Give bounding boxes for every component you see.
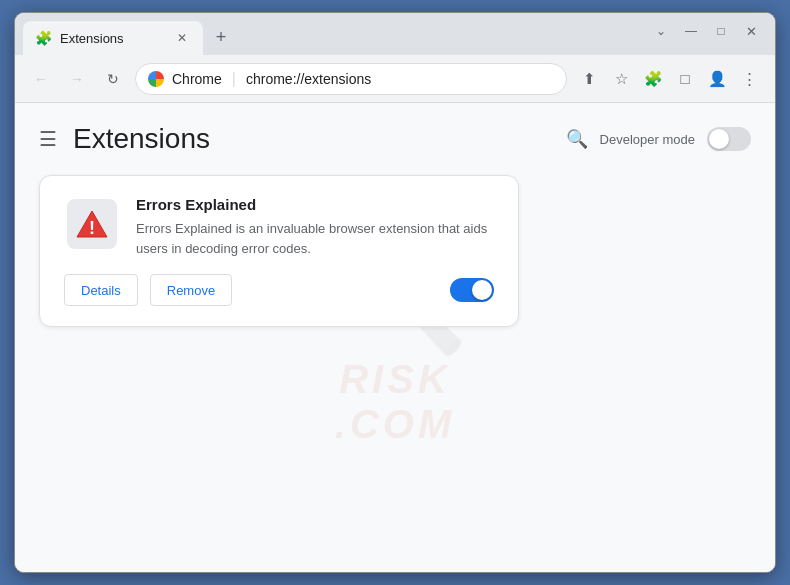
toolbar-icons: ⬆ ☆ 🧩 □ 👤 ⋮ bbox=[575, 65, 763, 93]
toggle-knob bbox=[709, 129, 729, 149]
search-icon[interactable]: 🔍 bbox=[566, 128, 588, 150]
address-bar[interactable]: Chrome | chrome://extensions bbox=[135, 63, 567, 95]
extensions-title-area: ☰ Extensions bbox=[39, 123, 210, 155]
extensions-header: ☰ Extensions 🔍 Developer mode bbox=[15, 103, 775, 167]
maximize-button[interactable]: □ bbox=[709, 21, 733, 41]
toolbar: ← → ↻ Chrome | chrome://extensions ⬆ ☆ 🧩… bbox=[15, 55, 775, 103]
watermark-line2: .COM bbox=[335, 402, 455, 447]
svg-text:!: ! bbox=[89, 218, 95, 238]
details-button[interactable]: Details bbox=[64, 274, 138, 306]
extension-card: ! Errors Explained Errors Explained is a… bbox=[39, 175, 519, 327]
address-url: chrome://extensions bbox=[246, 71, 371, 87]
page-title: Extensions bbox=[73, 123, 210, 155]
extension-toggle-knob bbox=[472, 280, 492, 300]
extension-enable-toggle[interactable] bbox=[450, 278, 494, 302]
profile-icon[interactable]: 👤 bbox=[703, 65, 731, 93]
chevron-down-icon[interactable]: ⌄ bbox=[649, 21, 673, 41]
hamburger-menu-icon[interactable]: ☰ bbox=[39, 127, 57, 151]
extensions-list: ! Errors Explained Errors Explained is a… bbox=[15, 167, 775, 335]
new-tab-button[interactable]: + bbox=[207, 23, 235, 51]
developer-mode-toggle[interactable] bbox=[707, 127, 751, 151]
active-tab[interactable]: 🧩 Extensions ✕ bbox=[23, 21, 203, 55]
sidebar-icon[interactable]: □ bbox=[671, 65, 699, 93]
card-top: ! Errors Explained Errors Explained is a… bbox=[64, 196, 494, 258]
address-chrome-label: Chrome bbox=[172, 71, 222, 87]
extension-description: Errors Explained is an invaluable browse… bbox=[136, 219, 494, 258]
title-bar: 🧩 Extensions ✕ + ⌄ — □ ✕ bbox=[15, 13, 775, 55]
extensions-puzzle-icon[interactable]: 🧩 bbox=[639, 65, 667, 93]
more-menu-icon[interactable]: ⋮ bbox=[735, 65, 763, 93]
tab-favicon-icon: 🧩 bbox=[35, 30, 52, 46]
card-actions: Details Remove bbox=[64, 274, 494, 306]
main-content: 🔍 RISK .COM ☰ Extensions 🔍 Developer mod… bbox=[15, 103, 775, 572]
header-controls: 🔍 Developer mode bbox=[566, 127, 751, 151]
close-button[interactable]: ✕ bbox=[739, 21, 763, 41]
tab-title-text: Extensions bbox=[60, 31, 165, 46]
extension-icon-bg: ! bbox=[67, 199, 117, 249]
back-button[interactable]: ← bbox=[27, 65, 55, 93]
address-separator: | bbox=[232, 70, 236, 88]
bookmark-icon[interactable]: ☆ bbox=[607, 65, 635, 93]
extension-icon-container: ! bbox=[64, 196, 120, 252]
remove-button[interactable]: Remove bbox=[150, 274, 232, 306]
browser-window: 🧩 Extensions ✕ + ⌄ — □ ✕ ← → ↻ Chrome | … bbox=[14, 12, 776, 573]
reload-button[interactable]: ↻ bbox=[99, 65, 127, 93]
minimize-button[interactable]: — bbox=[679, 21, 703, 41]
extension-name: Errors Explained bbox=[136, 196, 494, 213]
forward-button[interactable]: → bbox=[63, 65, 91, 93]
developer-mode-label: Developer mode bbox=[600, 132, 695, 147]
watermark-line1: RISK bbox=[339, 357, 451, 402]
warning-triangle-icon: ! bbox=[74, 208, 110, 240]
share-icon[interactable]: ⬆ bbox=[575, 65, 603, 93]
chrome-logo-icon bbox=[148, 71, 164, 87]
action-buttons: Details Remove bbox=[64, 274, 232, 306]
window-controls: ⌄ — □ ✕ bbox=[649, 21, 763, 41]
extension-info: Errors Explained Errors Explained is an … bbox=[136, 196, 494, 258]
tab-close-button[interactable]: ✕ bbox=[173, 29, 191, 47]
